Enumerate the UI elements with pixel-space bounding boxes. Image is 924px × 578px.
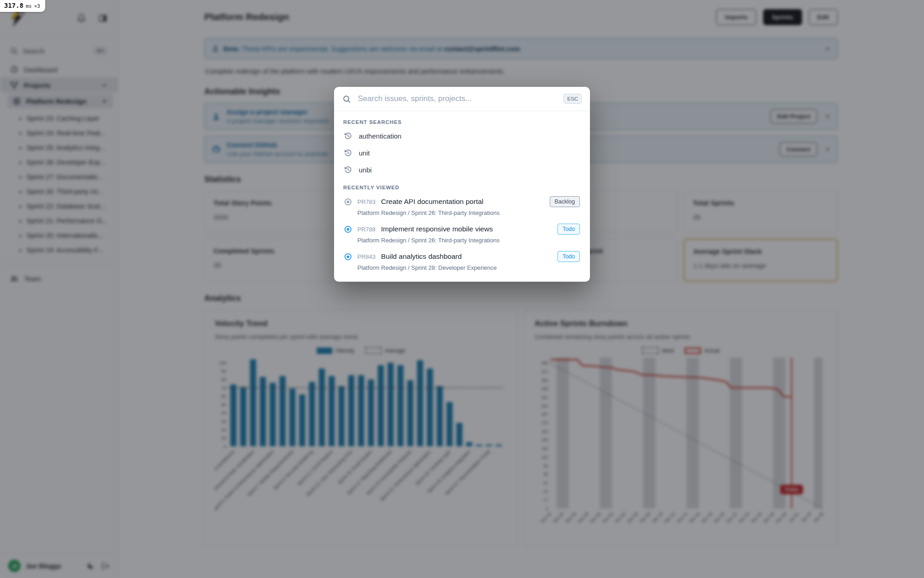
recently-viewed-item[interactable]: PR788 Implement responsive mobile views … (343, 220, 581, 244)
status-badge: Todo (558, 251, 580, 262)
history-icon (344, 149, 352, 157)
issue-path: Platform Redesign / Sprint 26: Third-par… (357, 209, 580, 216)
issue-id: PR843 (357, 253, 376, 260)
performance-badge: 317.8 ms ×3 (0, 0, 45, 12)
status-circle-dot-icon (344, 225, 352, 233)
history-icon (344, 166, 352, 174)
status-badge: Backlog (550, 196, 580, 207)
perf-multiplier: ×3 (34, 3, 40, 9)
recently-viewed-item[interactable]: PR843 Build analytics dashboard Todo Pla… (343, 248, 581, 271)
status-badge: Todo (558, 224, 580, 235)
perf-unit: ms (26, 3, 32, 9)
search-modal: ESC RECENT SEARCHES authentication (334, 87, 590, 282)
recently-viewed-item[interactable]: PR783 Create API documentation portal Ba… (343, 193, 581, 216)
recent-searches-list: authentication unit unbi (343, 128, 581, 178)
modal-search-row: ESC (334, 87, 590, 111)
issue-title: Implement responsive mobile views (381, 225, 493, 233)
recently-viewed-list: PR783 Create API documentation portal Ba… (343, 193, 581, 271)
history-icon (344, 132, 352, 140)
recent-search-label: authentication (359, 132, 401, 140)
issue-id: PR783 (357, 198, 376, 205)
search-input[interactable] (357, 94, 558, 104)
issue-title: Build analytics dashboard (381, 252, 462, 261)
recent-search-label: unbi (359, 166, 372, 174)
issue-title: Create API documentation portal (381, 198, 483, 206)
issue-id: PR788 (357, 226, 376, 233)
recent-search-item[interactable]: unit (343, 144, 581, 161)
status-circle-dot-icon (344, 253, 352, 261)
recent-search-item[interactable]: authentication (343, 128, 581, 144)
search-icon (342, 95, 351, 103)
esc-key-badge[interactable]: ESC (563, 94, 582, 104)
status-circle-dot-icon (344, 198, 352, 206)
perf-value: 317.8 (4, 2, 23, 9)
recently-viewed-header: RECENTLY VIEWED (343, 185, 581, 190)
recent-search-item[interactable]: unbi (343, 161, 581, 178)
screen: Search ⌘K Dashboard Projects (0, 0, 924, 578)
recent-search-label: unit (359, 149, 370, 157)
recent-searches-header: RECENT SEARCHES (343, 119, 581, 125)
issue-path: Platform Redesign / Sprint 28: Developer… (357, 264, 580, 271)
issue-path: Platform Redesign / Sprint 26: Third-par… (357, 237, 580, 244)
